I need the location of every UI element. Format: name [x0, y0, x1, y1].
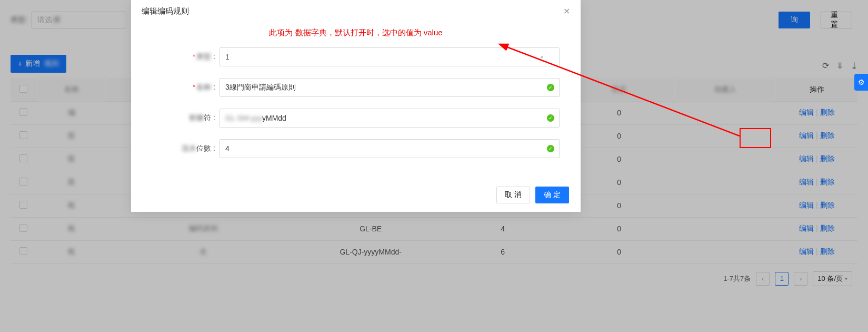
ok-button[interactable]: 确 定 — [535, 187, 569, 203]
valid-icon: ✓ — [547, 84, 554, 91]
annotation-text: 此项为 数据字典，默认打开时，选中的值为 value — [152, 26, 560, 47]
edit-modal: 编辑编码规则 ✕ 此项为 数据字典，默认打开时，选中的值为 value *类型 … — [131, 0, 581, 212]
gear-icon: ⚙ — [858, 78, 865, 86]
valid-icon: ✓ — [547, 114, 554, 122]
modal-title: 编辑编码规则 — [142, 6, 189, 16]
name-input[interactable]: 3線門崗申請編碼原則 — [220, 78, 560, 97]
prefix-input[interactable]: GL-SM-yyyyMMdd — [220, 109, 560, 128]
close-icon[interactable]: ✕ — [563, 6, 570, 16]
settings-drawer-toggle[interactable]: ⚙ — [854, 74, 868, 91]
type-select[interactable]: 1 ▾ — [220, 47, 560, 66]
chevron-down-icon: ▾ — [541, 54, 543, 60]
valid-icon: ✓ — [547, 145, 554, 152]
cancel-button[interactable]: 取 消 — [496, 187, 530, 203]
digits-input[interactable]: 4 — [220, 139, 560, 158]
